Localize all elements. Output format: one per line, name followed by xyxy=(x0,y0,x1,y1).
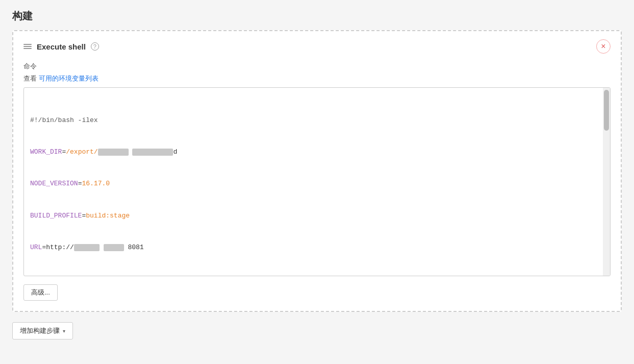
add-step-dropdown-arrow: ▾ xyxy=(63,328,65,334)
env-link-row: 查看 可用的环境变量列表 xyxy=(23,74,611,83)
code-display: #!/bin/bash -ilex WORK_DIR=/export/redac… xyxy=(24,88,602,276)
card-header-left: Execute shell ? xyxy=(23,42,99,51)
page-title: 构建 xyxy=(0,0,634,30)
env-prefix: 查看 xyxy=(23,75,37,82)
command-label: 命令 xyxy=(23,62,611,71)
card-header: Execute shell ? × xyxy=(23,39,611,54)
add-step-row: 增加构建步骤 ▾ xyxy=(12,322,622,339)
main-content: Execute shell ? × 命令 查看 可用的环境变量列表 #!/bin… xyxy=(0,30,634,352)
build-step-card: Execute shell ? × 命令 查看 可用的环境变量列表 #!/bin… xyxy=(12,30,622,312)
close-button[interactable]: × xyxy=(596,39,611,54)
help-badge[interactable]: ? xyxy=(91,42,99,51)
code-editor-wrapper[interactable]: #!/bin/bash -ilex WORK_DIR=/export/redac… xyxy=(23,87,611,276)
scrollbar-thumb[interactable] xyxy=(604,90,609,131)
scrollbar-track[interactable] xyxy=(603,88,610,276)
advanced-button[interactable]: 高级... xyxy=(23,284,58,301)
card-title: Execute shell xyxy=(37,42,86,51)
add-step-label: 增加构建步骤 xyxy=(20,326,60,335)
env-link[interactable]: 可用的环境变量列表 xyxy=(39,75,99,82)
add-step-button[interactable]: 增加构建步骤 ▾ xyxy=(12,322,73,339)
drag-handle[interactable] xyxy=(23,44,32,49)
